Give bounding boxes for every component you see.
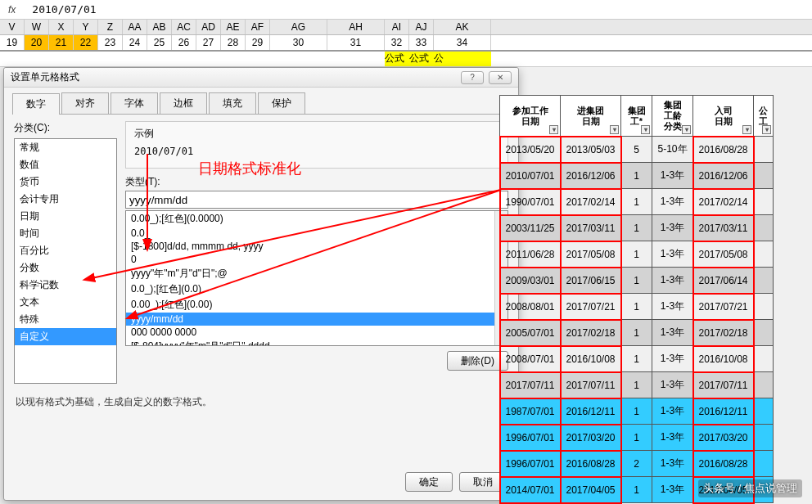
category-item[interactable]: 货币 <box>15 173 116 191</box>
table-cell[interactable]: 2017/06/14 <box>693 268 754 294</box>
help-button[interactable]: ? <box>461 71 484 84</box>
table-cell[interactable]: 2017/07/11 <box>693 372 754 398</box>
table-cell[interactable] <box>754 268 774 294</box>
table-cell[interactable] <box>754 451 774 477</box>
table-cell[interactable]: 2014/07/01 <box>500 477 561 503</box>
table-cell[interactable]: 2008/08/01 <box>500 294 561 320</box>
table-cell[interactable]: 1-3年 <box>652 215 693 241</box>
table-cell[interactable]: 2017/03/11 <box>693 215 754 241</box>
type-item[interactable]: 000 0000 0000 <box>126 326 508 339</box>
category-list[interactable]: 常规数值货币会计专用日期时间百分比分数科学记数文本特殊自定义 <box>14 138 117 384</box>
column-number[interactable]: 34 <box>434 35 491 50</box>
table-cell[interactable]: 2016/12/11 <box>693 398 754 425</box>
table-cell[interactable]: 2009/03/01 <box>500 268 561 294</box>
table-cell[interactable] <box>754 137 774 163</box>
column-number[interactable]: 20 <box>25 35 49 50</box>
table-cell[interactable]: 1 <box>621 189 652 215</box>
table-cell[interactable]: 1996/07/01 <box>500 451 561 477</box>
column-number[interactable]: 19 <box>0 35 25 50</box>
table-cell[interactable]: 1-3年 <box>652 372 693 398</box>
table-cell[interactable]: 1-3年 <box>652 294 693 320</box>
type-list[interactable]: 0.00_);[红色](0.0000)0.0_[$-1800]d/dd, mmm… <box>125 210 508 346</box>
table-cell[interactable] <box>754 294 774 320</box>
column-number[interactable]: 24 <box>123 35 147 50</box>
column-letter[interactable]: AC <box>172 20 196 34</box>
type-item[interactable]: [$-804]yyyy"年"m"月"d"日" dddd <box>126 339 508 346</box>
table-cell[interactable]: 1 <box>621 346 652 372</box>
type-input[interactable] <box>125 191 508 209</box>
type-item[interactable]: 0.00_);[红色](0.0000) <box>126 211 508 227</box>
table-cell[interactable]: 1-3年 <box>652 320 693 346</box>
column-number[interactable]: 22 <box>74 35 98 50</box>
table-cell[interactable]: 2013/05/20 <box>500 137 561 163</box>
table-cell[interactable]: 1-3年 <box>652 268 693 294</box>
table-cell[interactable] <box>754 163 774 189</box>
type-item[interactable]: 0.00_);[红色](0.00) <box>126 297 508 313</box>
column-number[interactable]: 26 <box>172 35 196 50</box>
table-cell[interactable]: 1 <box>621 163 652 189</box>
table-cell[interactable] <box>754 398 774 425</box>
column-number[interactable]: 32 <box>385 35 409 50</box>
type-item[interactable]: 0 <box>126 253 508 266</box>
table-cell[interactable]: 1-3年 <box>652 241 693 268</box>
filter-dropdown-icon[interactable]: ▾ <box>549 125 558 134</box>
column-letter[interactable]: AE <box>221 20 246 34</box>
column-letter[interactable]: AJ <box>409 20 434 34</box>
table-header[interactable]: 参加工作 日期▾ <box>500 96 561 137</box>
table-cell[interactable]: 1 <box>621 425 652 451</box>
table-cell[interactable]: 2017/05/08 <box>693 241 754 268</box>
table-header[interactable]: 集团 工龄 分类▾ <box>652 96 693 137</box>
column-letter[interactable]: AI <box>385 20 409 34</box>
table-header[interactable]: 公 工▾ <box>754 96 774 137</box>
table-cell[interactable]: 5-10年 <box>652 137 693 163</box>
column-number[interactable]: 29 <box>246 35 270 50</box>
tab-边框[interactable]: 边框 <box>160 92 207 114</box>
table-cell[interactable]: 1-3年 <box>652 189 693 215</box>
table-cell[interactable]: 2017/05/08 <box>561 241 621 268</box>
table-cell[interactable] <box>754 241 774 268</box>
table-cell[interactable]: 2017/03/20 <box>561 425 621 451</box>
tab-对齐[interactable]: 对齐 <box>61 92 109 114</box>
category-item[interactable]: 日期 <box>15 208 116 225</box>
table-cell[interactable] <box>754 346 774 372</box>
filter-dropdown-icon[interactable]: ▾ <box>610 125 619 134</box>
table-cell[interactable]: 5 <box>621 137 652 163</box>
ok-button[interactable]: 确定 <box>405 472 453 492</box>
table-cell[interactable]: 2016/12/06 <box>693 163 754 189</box>
table-cell[interactable]: 1 <box>621 477 652 503</box>
column-number[interactable]: 28 <box>221 35 246 50</box>
table-cell[interactable]: 2016/10/08 <box>693 346 754 372</box>
column-number[interactable]: 27 <box>196 35 221 50</box>
close-button[interactable]: ✕ <box>489 71 512 84</box>
category-item[interactable]: 数值 <box>15 156 116 173</box>
table-cell[interactable]: 1 <box>621 320 652 346</box>
table-cell[interactable]: 2017/07/11 <box>500 372 561 398</box>
column-letter[interactable]: X <box>49 20 74 34</box>
category-item[interactable]: 百分比 <box>15 242 116 259</box>
filter-dropdown-icon[interactable]: ▾ <box>682 125 691 134</box>
type-item[interactable]: yyyy"年"m"月"d"日";@ <box>126 266 508 281</box>
filter-dropdown-icon[interactable]: ▾ <box>742 125 751 134</box>
table-cell[interactable]: 2017/07/21 <box>693 294 754 320</box>
table-cell[interactable]: 1-3年 <box>652 163 693 189</box>
column-letter[interactable]: AA <box>123 20 147 34</box>
table-cell[interactable]: 1 <box>621 294 652 320</box>
category-item[interactable]: 时间 <box>15 225 116 242</box>
table-cell[interactable]: 2013/05/03 <box>561 137 621 163</box>
dialog-titlebar[interactable]: 设置单元格格式 ? ✕ <box>4 68 518 88</box>
tab-保护[interactable]: 保护 <box>258 92 305 114</box>
table-cell[interactable]: 2017/02/14 <box>561 189 621 215</box>
table-cell[interactable]: 2016/12/11 <box>561 398 621 425</box>
column-number[interactable]: 25 <box>147 35 172 50</box>
table-cell[interactable]: 1 <box>621 215 652 241</box>
category-item[interactable]: 分数 <box>15 259 116 277</box>
category-item[interactable]: 科学记数 <box>15 277 116 294</box>
column-letter[interactable]: AK <box>434 20 491 34</box>
table-header[interactable]: 集团 工*▾ <box>621 96 652 137</box>
table-cell[interactable]: 2016/12/06 <box>561 163 621 189</box>
table-cell[interactable] <box>754 215 774 241</box>
table-cell[interactable]: 1 <box>621 398 652 425</box>
fx-icon[interactable]: fx <box>8 4 16 16</box>
table-cell[interactable]: 1-3年 <box>652 425 693 451</box>
table-cell[interactable]: 1-3年 <box>652 477 693 503</box>
